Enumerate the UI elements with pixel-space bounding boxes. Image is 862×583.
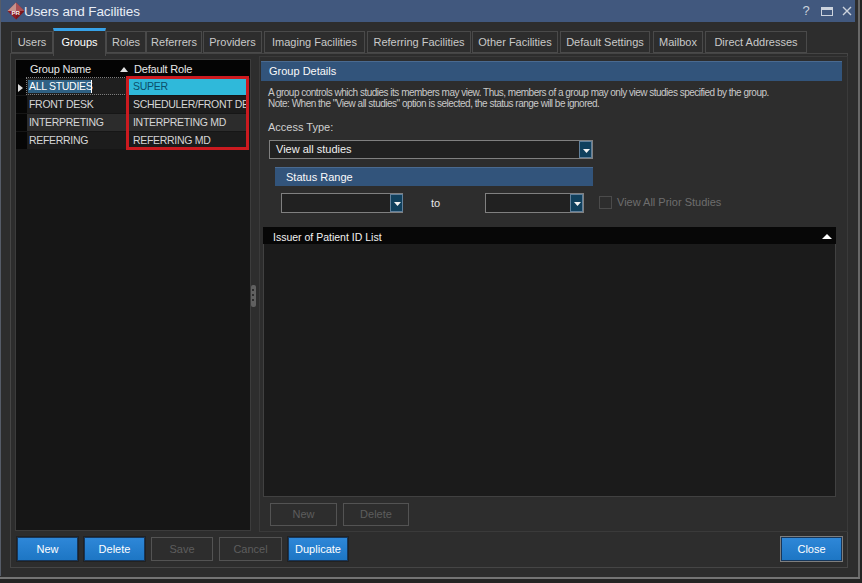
svg-text:PR: PR [11,9,20,16]
